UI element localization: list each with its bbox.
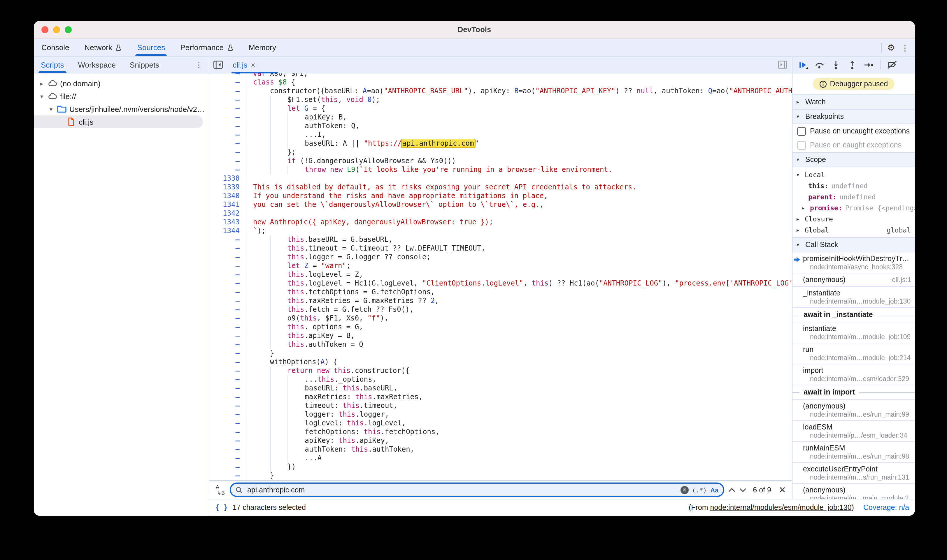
gutter-line-number[interactable]: – xyxy=(209,122,247,131)
gutter-line-number[interactable]: 1341 xyxy=(209,200,247,209)
gutter-line-number[interactable]: – xyxy=(209,445,247,454)
gutter-line-number[interactable]: – xyxy=(209,358,247,366)
code-line[interactable]: –class $8 { xyxy=(209,78,792,87)
tab-sources[interactable]: Sources xyxy=(130,39,173,56)
code-line[interactable]: –authToken: Q, xyxy=(209,122,792,131)
call-stack-frame[interactable]: runMainESMnode:internal/m…es/run_main:98 xyxy=(793,442,915,463)
tree-item-file-[interactable]: ▾file:// xyxy=(34,90,209,103)
navigator-kebab-menu-icon[interactable]: ⋮ xyxy=(195,57,209,73)
gutter-line-number[interactable]: – xyxy=(209,113,247,122)
call-stack-frame[interactable]: executeUserEntryPointnode:internal/m…s/r… xyxy=(793,463,915,484)
tree-item-users-jinhuilee-nvm-versions-node-v2-[interactable]: ▾Users/jinhuilee/.nvm/versions/node/v2… xyxy=(34,103,209,115)
gutter-line-number[interactable]: – xyxy=(209,463,247,471)
chevron-down-icon[interactable]: ▾ xyxy=(39,93,45,99)
gutter-line-number[interactable]: – xyxy=(209,131,247,139)
code-line[interactable]: –let Z = "warn"; xyxy=(209,262,792,271)
gutter-line-number[interactable]: – xyxy=(209,437,247,445)
gutter-line-number[interactable]: – xyxy=(209,314,247,323)
gutter-line-number[interactable]: 1344 xyxy=(209,227,247,235)
gutter-line-number[interactable]: – xyxy=(209,279,247,288)
step-over-button[interactable] xyxy=(814,60,825,70)
call-stack-frame[interactable]: runnode:internal/m…module_job:214 xyxy=(793,343,915,364)
resume-script-button[interactable] xyxy=(798,60,808,70)
gutter-line-number[interactable]: – xyxy=(209,332,247,340)
code-line[interactable]: –this.fetchOptions = G.fetchOptions, xyxy=(209,288,792,297)
code-line[interactable]: –this.apiKey = B, xyxy=(209,332,792,340)
scope-variable[interactable]: ▸promise:Promise {<pending>} xyxy=(793,202,915,213)
scope-variable[interactable]: parent:undefined xyxy=(793,191,915,202)
sidebar-tab-workspace[interactable]: Workspace xyxy=(71,57,123,73)
scope-group-global[interactable]: ▸Globalglobal xyxy=(793,225,915,235)
code-line[interactable]: 1340If you understand the risks and have… xyxy=(209,192,792,200)
watch-section-header[interactable]: ▸ Watch xyxy=(793,94,915,109)
gutter-line-number[interactable]: – xyxy=(209,375,247,384)
code-line[interactable]: –o9(this, $F1, Xs0, "f"), xyxy=(209,314,792,323)
gutter-line-number[interactable]: – xyxy=(209,235,247,244)
code-line[interactable]: –logger: this.logger, xyxy=(209,410,792,419)
code-line[interactable]: –this.logLevel = Hc1(G.logLevel, "Client… xyxy=(209,279,792,288)
step-out-button[interactable] xyxy=(847,60,857,70)
code-line[interactable]: –baseURL: A || "https://api.anthropic.co… xyxy=(209,139,792,148)
call-stack-frame[interactable]: instantiatenode:internal/m…module_job:10… xyxy=(793,322,915,343)
gutter-line-number[interactable]: – xyxy=(209,428,247,437)
source-origin-link[interactable]: node:internal/modules/esm/module_job:130 xyxy=(710,503,852,512)
code-line[interactable]: –this.logger = G.logger ?? console; xyxy=(209,253,792,262)
gutter-line-number[interactable]: – xyxy=(209,104,247,113)
code-line[interactable]: –fetchOptions: this.fetchOptions, xyxy=(209,428,792,437)
code-line[interactable]: –withOptions(A) { xyxy=(209,358,792,366)
close-search-icon[interactable]: ✕ xyxy=(777,485,786,495)
gutter-line-number[interactable]: – xyxy=(209,471,247,480)
gutter-line-number[interactable]: – xyxy=(209,366,247,375)
pretty-print-icon[interactable]: { } xyxy=(215,503,228,512)
code-line[interactable]: –...this._options, xyxy=(209,375,792,384)
gutter-line-number[interactable]: 1340 xyxy=(209,192,247,200)
scope-variable[interactable]: this:undefined xyxy=(793,180,915,191)
chevron-down-icon[interactable]: ▾ xyxy=(48,106,54,112)
code-line[interactable]: –baseURL: this.baseURL, xyxy=(209,384,792,393)
chevron-right-icon[interactable]: ▸ xyxy=(39,80,45,86)
call-stack-frame[interactable]: (anonymous)node:internal/m…main_module:2 xyxy=(793,484,915,499)
code-line[interactable]: –this.logLevel = Z, xyxy=(209,271,792,279)
breakpoint-option[interactable]: Pause on uncaught exceptions xyxy=(793,124,915,138)
gutter-line-number[interactable]: – xyxy=(209,166,247,174)
expand-debugger-icon[interactable] xyxy=(778,61,792,69)
tab-memory[interactable]: Memory xyxy=(241,39,284,56)
code-line[interactable]: –timeout: this.timeout, xyxy=(209,402,792,410)
tree-item-cli-js[interactable]: cli.js xyxy=(34,115,203,128)
code-line[interactable]: –throw new L9(`It looks like you're runn… xyxy=(209,166,792,174)
gutter-line-number[interactable]: – xyxy=(209,87,247,95)
clear-search-icon[interactable]: ✕ xyxy=(680,486,689,494)
call-stack-frame[interactable]: _instantiatenode:internal/m…module_job:1… xyxy=(793,287,915,308)
gutter-line-number[interactable]: – xyxy=(209,78,247,87)
code-line[interactable]: –}) xyxy=(209,463,792,471)
breakpoint-option[interactable]: Pause on caught exceptions xyxy=(793,138,915,152)
code-line[interactable]: –return new this.constructor({ xyxy=(209,366,792,375)
gutter-line-number[interactable]: – xyxy=(209,419,247,428)
gutter-line-number[interactable]: – xyxy=(209,157,247,166)
code-line[interactable]: –this.authToken = Q xyxy=(209,340,792,349)
code-line[interactable]: –this.baseURL = G.baseURL, xyxy=(209,235,792,244)
gutter-line-number[interactable]: – xyxy=(209,139,247,148)
scope-group-closure[interactable]: ▸Closure xyxy=(793,213,915,225)
call-stack-frame[interactable]: promiseInitHookWithDestroyTr…node:intern… xyxy=(793,252,915,273)
editor-tab-clijs[interactable]: cli.js × xyxy=(227,60,261,69)
close-tab-icon[interactable]: × xyxy=(251,60,255,69)
gutter-line-number[interactable]: – xyxy=(209,74,247,78)
scope-group-local[interactable]: ▾Local xyxy=(793,169,915,180)
call-stack-frame[interactable]: loadESMnode:internal/p…/esm_loader:34 xyxy=(793,421,915,442)
code-line[interactable]: –var Xs0, $F1; xyxy=(209,74,792,78)
gutter-line-number[interactable]: – xyxy=(209,297,247,305)
code-line[interactable]: –} xyxy=(209,349,792,358)
code-line[interactable]: –constructor({baseURL: A=ao("ANTHROPIC_B… xyxy=(209,87,792,95)
regex-toggle-icon[interactable]: (.*) xyxy=(692,486,707,493)
kebab-menu-icon[interactable]: ⋮ xyxy=(901,43,909,52)
code-line[interactable]: –let G = { xyxy=(209,104,792,113)
gutter-line-number[interactable]: – xyxy=(209,148,247,157)
gutter-line-number[interactable]: – xyxy=(209,384,247,393)
code-line[interactable]: –if (!G.dangerouslyAllowBrowser && Ys0()… xyxy=(209,157,792,166)
call-stack-frame[interactable]: (anonymous)node:internal/m…es/run_main:9… xyxy=(793,400,915,421)
code-line[interactable]: 1338 xyxy=(209,174,792,183)
gutter-line-number[interactable]: 1342 xyxy=(209,209,247,218)
checkbox[interactable] xyxy=(797,127,806,135)
settings-gear-icon[interactable]: ⚙ xyxy=(887,43,895,52)
